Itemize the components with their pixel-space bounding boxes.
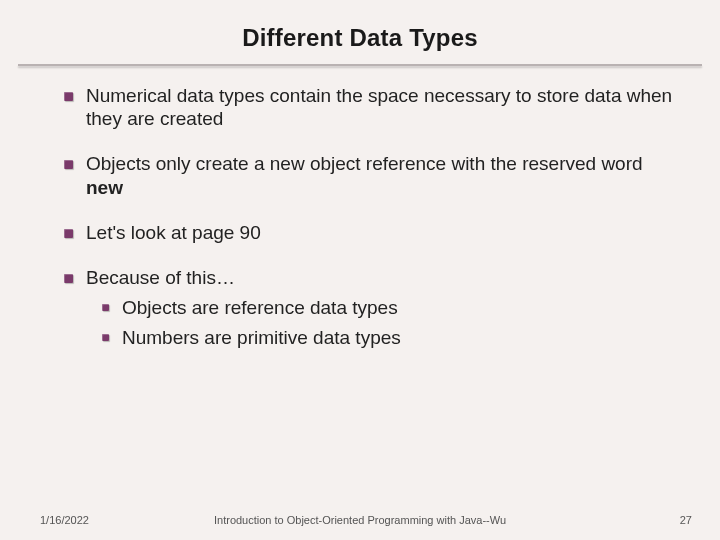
content-area: Numerical data types contain the space n…	[0, 66, 720, 350]
footer-center: Introduction to Object-Oriented Programm…	[214, 514, 506, 526]
bullet-text: Let's look at page 90	[86, 222, 261, 243]
bullet-item: Because of this… Objects are reference d…	[86, 266, 680, 350]
bullet-text: Objects only create a new object referen…	[86, 153, 643, 174]
footer-date: 1/16/2022	[40, 514, 89, 526]
bullet-bold: new	[86, 177, 123, 198]
footer-page: 27	[680, 514, 692, 526]
bullet-item: Let's look at page 90	[86, 221, 680, 244]
sub-bullet-item: Numbers are primitive data types	[122, 325, 680, 351]
bullet-item: Numerical data types contain the space n…	[86, 84, 680, 130]
footer: 1/16/2022 Introduction to Object-Oriente…	[0, 514, 720, 526]
bullet-item: Objects only create a new object referen…	[86, 152, 680, 198]
bullet-text: Numerical data types contain the space n…	[86, 85, 672, 129]
sub-bullet-item: Objects are reference data types	[122, 295, 680, 321]
slide: Different Data Types Numerical data type…	[0, 0, 720, 540]
bullet-text: Because of this…	[86, 267, 235, 288]
bullet-list: Numerical data types contain the space n…	[64, 84, 680, 350]
sub-bullet-text: Numbers are primitive data types	[122, 327, 401, 348]
sub-bullet-list: Objects are reference data types Numbers…	[86, 295, 680, 350]
slide-title: Different Data Types	[0, 0, 720, 64]
sub-bullet-text: Objects are reference data types	[122, 297, 398, 318]
